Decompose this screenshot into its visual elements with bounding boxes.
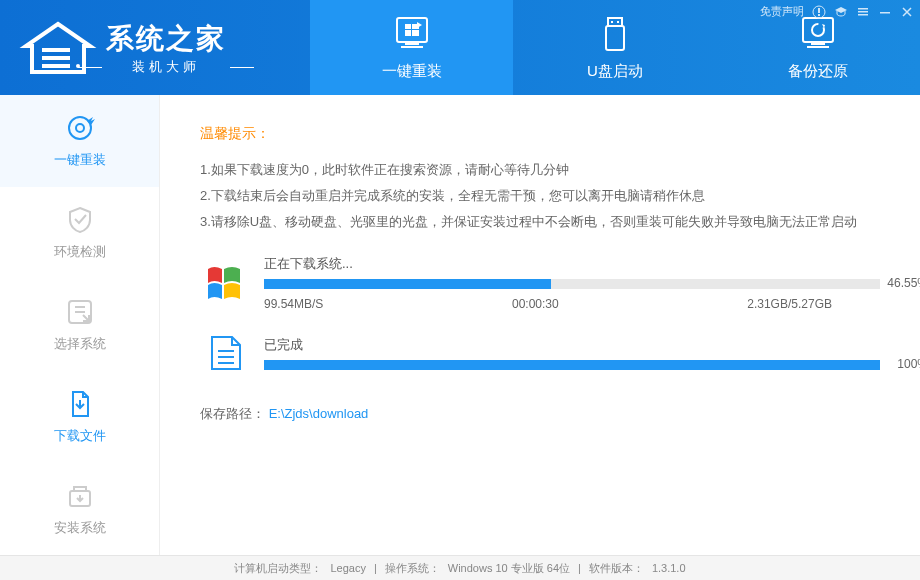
complete-progress-row: 已完成 100% — [200, 331, 880, 375]
disclaimer-alert-icon[interactable] — [812, 5, 826, 19]
boot-type-label: 计算机启动类型： — [234, 561, 322, 576]
save-path-link[interactable]: E:\Zjds\download — [269, 406, 369, 421]
download-elapsed: 00:00:30 — [512, 297, 559, 311]
sidebar-item-label: 一键重装 — [54, 151, 106, 169]
svg-rect-18 — [818, 14, 820, 16]
svg-rect-9 — [611, 21, 613, 23]
svg-point-15 — [812, 24, 824, 36]
svg-rect-2 — [42, 64, 70, 68]
usb-icon — [594, 14, 636, 56]
download-label: 正在下载系统... — [264, 255, 880, 273]
logo-area: 系统之家 装机大师 — [0, 18, 310, 78]
tab-label: U盘启动 — [587, 62, 643, 81]
install-icon — [65, 481, 95, 511]
svg-rect-21 — [858, 14, 868, 16]
minimize-icon[interactable] — [878, 5, 892, 19]
sidebar-item-reinstall[interactable]: 一键重装 — [0, 95, 159, 187]
sidebar-item-download[interactable]: 下载文件 — [0, 371, 159, 463]
svg-rect-20 — [858, 11, 868, 13]
sidebar-item-envcheck[interactable]: 环境检测 — [0, 187, 159, 279]
svg-rect-22 — [880, 12, 890, 14]
disclaimer-link[interactable]: 免责声明 — [760, 4, 804, 19]
shield-icon — [65, 205, 95, 235]
complete-percent: 100% — [897, 357, 920, 371]
header: 系统之家 装机大师 一键重装 U盘启动 备份还原 免责声明 — [0, 0, 920, 95]
tips-line: 2.下载结束后会自动重启并完成系统的安装，全程无需干预，您可以离开电脑请稍作休息 — [200, 183, 880, 209]
target-icon — [65, 113, 95, 143]
sidebar-item-label: 下载文件 — [54, 427, 106, 445]
titlebar-controls: 免责声明 — [760, 4, 914, 19]
tab-reinstall[interactable]: 一键重装 — [310, 0, 513, 95]
svg-point-23 — [69, 117, 91, 139]
svg-rect-6 — [405, 42, 419, 45]
house-logo-icon — [18, 18, 98, 78]
windows-flag-icon — [200, 261, 250, 305]
download-file-icon — [65, 389, 95, 419]
version-value: 1.3.1.0 — [652, 562, 686, 574]
save-path-label: 保存路径： — [200, 406, 265, 421]
body: 一键重装 环境检测 选择系统 下载文件 安装系统 温馨提示： 1.如果下载速度为… — [0, 95, 920, 555]
tab-label: 一键重装 — [382, 62, 442, 81]
sidebar-item-install[interactable]: 安装系统 — [0, 463, 159, 555]
close-icon[interactable] — [900, 5, 914, 19]
download-percent: 46.55% — [887, 276, 920, 290]
svg-rect-0 — [42, 48, 70, 52]
sidebar-item-label: 环境检测 — [54, 243, 106, 261]
save-path-row: 保存路径： E:\Zjds\download — [200, 405, 880, 423]
download-speed: 99.54MB/S — [264, 297, 323, 311]
logo-subtitle: 装机大师 — [106, 58, 226, 76]
download-progress-bar: 46.55% — [264, 279, 880, 289]
tips-line: 1.如果下载速度为0，此时软件正在搜索资源，请耐心等待几分钟 — [200, 157, 880, 183]
svg-rect-11 — [606, 26, 624, 50]
download-size: 2.31GB/5.27GB — [747, 297, 832, 311]
os-value: Windows 10 专业版 64位 — [448, 561, 570, 576]
select-icon — [65, 297, 95, 327]
sidebar-item-selectos[interactable]: 选择系统 — [0, 279, 159, 371]
svg-rect-10 — [617, 21, 619, 23]
svg-rect-8 — [608, 18, 622, 26]
statusbar: 计算机启动类型： Legacy | 操作系统： Windows 10 专业版 6… — [0, 555, 920, 580]
document-icon — [200, 331, 250, 375]
complete-progress-bar: 100% — [264, 360, 880, 370]
windows-reinstall-icon — [391, 14, 433, 56]
svg-rect-7 — [401, 46, 423, 48]
version-label: 软件版本： — [589, 561, 644, 576]
logo-title: 系统之家 — [106, 20, 226, 58]
tab-usb-boot[interactable]: U盘启动 — [513, 0, 716, 95]
tips-title: 温馨提示： — [200, 125, 880, 143]
svg-rect-13 — [811, 42, 825, 45]
os-label: 操作系统： — [385, 561, 440, 576]
tips-line: 3.请移除U盘、移动硬盘、光驱里的光盘，并保证安装过程中不会断电，否则重装可能失… — [200, 209, 880, 235]
svg-rect-17 — [818, 8, 820, 13]
svg-rect-1 — [42, 56, 70, 60]
sidebar-item-label: 选择系统 — [54, 335, 106, 353]
boot-type-value: Legacy — [330, 562, 365, 574]
tab-label: 备份还原 — [788, 62, 848, 81]
main-content: 温馨提示： 1.如果下载速度为0，此时软件正在搜索资源，请耐心等待几分钟 2.下… — [160, 95, 920, 555]
download-progress-row: 正在下载系统... 46.55% 99.54MB/S 00:00:30 2.31… — [200, 255, 880, 311]
backup-icon — [797, 14, 839, 56]
svg-point-24 — [76, 124, 84, 132]
complete-label: 已完成 — [264, 336, 880, 354]
graduation-icon[interactable] — [834, 5, 848, 19]
sidebar-item-label: 安装系统 — [54, 519, 106, 537]
svg-rect-12 — [803, 18, 833, 42]
svg-rect-19 — [858, 8, 868, 10]
svg-rect-14 — [807, 46, 829, 48]
menu-icon[interactable] — [856, 5, 870, 19]
sidebar: 一键重装 环境检测 选择系统 下载文件 安装系统 — [0, 95, 160, 555]
